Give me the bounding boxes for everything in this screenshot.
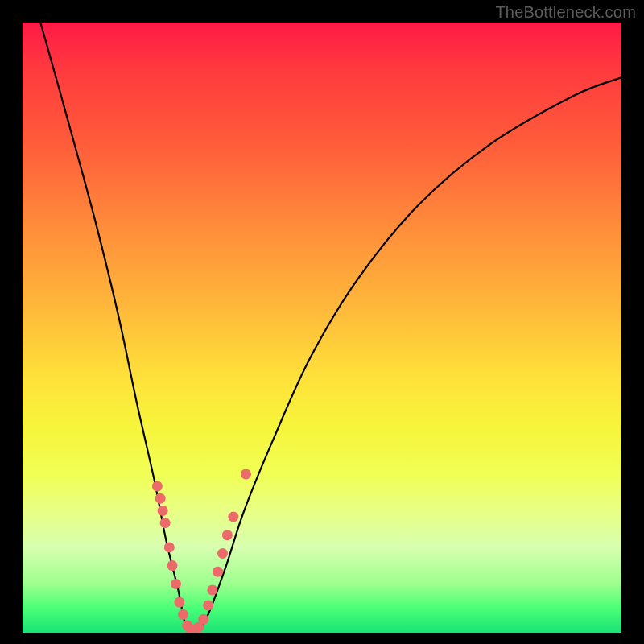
data-marker [160, 518, 171, 528]
chart-plot-area [23, 23, 621, 633]
data-marker [203, 600, 213, 610]
data-marker [167, 560, 178, 571]
data-marker [241, 469, 251, 479]
data-markers [152, 469, 251, 633]
data-marker [174, 597, 184, 608]
data-marker [228, 512, 238, 522]
data-marker [158, 506, 168, 516]
data-marker [217, 548, 228, 559]
data-marker [178, 609, 188, 620]
data-marker [222, 530, 233, 540]
data-marker [152, 481, 163, 492]
data-marker [155, 493, 166, 504]
data-marker [198, 614, 208, 625]
data-marker [213, 567, 223, 577]
data-marker [171, 579, 181, 589]
data-marker [164, 542, 175, 552]
bottleneck-curve [40, 23, 621, 633]
chart-frame: TheBottleneck.com [0, 0, 644, 644]
data-marker [207, 584, 217, 595]
watermark-text: TheBottleneck.com [495, 3, 636, 22]
chart-svg [23, 23, 621, 633]
